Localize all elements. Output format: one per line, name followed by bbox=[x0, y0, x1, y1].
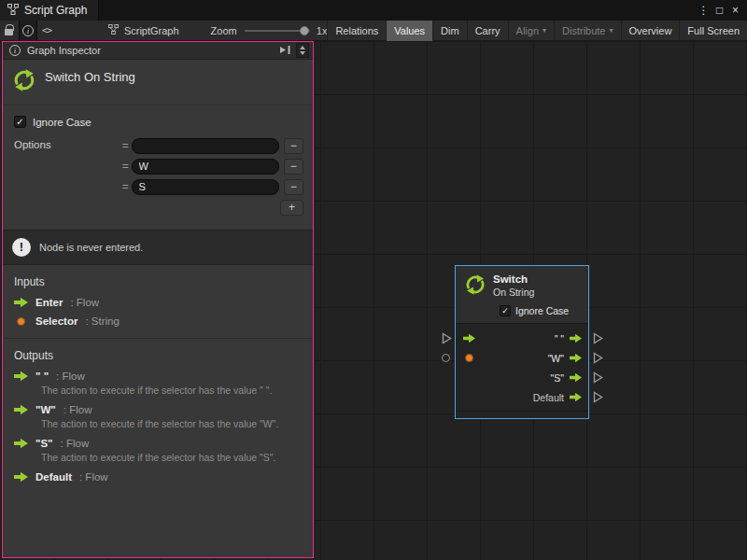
port-row: "W" bbox=[456, 348, 588, 368]
graph-inspector-header[interactable]: i Graph Inspector bbox=[3, 42, 313, 60]
align-button[interactable]: Align ▾ bbox=[508, 21, 554, 41]
zoom-slider-handle[interactable] bbox=[300, 26, 309, 35]
drag-handle-icon[interactable]: = bbox=[119, 160, 132, 173]
graph-inspector-panel: i Graph Inspector Switch On S bbox=[2, 41, 314, 558]
info-icon: i bbox=[9, 45, 21, 56]
chevron-down-icon: ▾ bbox=[610, 27, 613, 35]
flow-out-port[interactable] bbox=[570, 333, 582, 343]
option-field[interactable] bbox=[132, 159, 279, 175]
out-port-label: "S" bbox=[551, 372, 564, 384]
input-port-type: : Flow bbox=[70, 297, 99, 308]
zoom-slider[interactable] bbox=[245, 30, 310, 32]
relations-label: Relations bbox=[335, 25, 378, 36]
option-field[interactable] bbox=[132, 179, 279, 195]
port-row: " " bbox=[456, 329, 588, 348]
node-header[interactable]: Switch On String ✓ Ignore Case bbox=[456, 266, 588, 324]
enter-port[interactable] bbox=[463, 333, 475, 343]
dim-button[interactable]: Dim bbox=[432, 21, 467, 41]
add-option-button[interactable]: + bbox=[280, 200, 303, 216]
external-output-triangle[interactable] bbox=[593, 371, 603, 385]
ignore-case-checkbox[interactable]: ✓ bbox=[14, 116, 26, 128]
panel-scroll-spinner[interactable] bbox=[296, 43, 309, 58]
dock-panel-icon[interactable] bbox=[279, 45, 291, 57]
overview-label: Overview bbox=[629, 25, 672, 36]
inspect-button[interactable]: i bbox=[19, 21, 37, 41]
option-row: = − bbox=[119, 135, 303, 156]
port-row: "S" bbox=[456, 368, 588, 387]
arrow-down-icon[interactable] bbox=[300, 51, 305, 55]
external-value-circle[interactable] bbox=[442, 354, 450, 362]
distribute-label: Distribute bbox=[562, 25, 605, 36]
input-port-name: Selector bbox=[35, 315, 78, 327]
carry-button[interactable]: Carry bbox=[467, 21, 508, 41]
external-input-triangle[interactable] bbox=[442, 332, 452, 346]
remove-option-button[interactable]: − bbox=[284, 159, 303, 175]
external-output-triangle[interactable] bbox=[593, 391, 603, 405]
flow-port-icon bbox=[14, 404, 28, 415]
flow-port-icon bbox=[14, 471, 28, 483]
output-port-description: The action to execute if the selector ha… bbox=[41, 385, 302, 396]
fullscreen-button[interactable]: Full Screen bbox=[679, 21, 747, 41]
code-icon: <> bbox=[42, 25, 51, 35]
overview-button[interactable]: Overview bbox=[621, 21, 680, 41]
ignore-case-label: Ignore Case bbox=[33, 117, 92, 128]
output-port-name: "W" bbox=[35, 404, 56, 415]
remove-option-button[interactable]: − bbox=[284, 179, 303, 195]
option-row: = − bbox=[119, 156, 303, 176]
value-port-icon bbox=[17, 317, 25, 326]
port-row: Default bbox=[456, 387, 588, 407]
flow-out-port[interactable] bbox=[570, 392, 582, 402]
dim-label: Dim bbox=[441, 25, 459, 36]
output-port-item: Default : Flow bbox=[14, 471, 302, 483]
drag-handle-icon[interactable]: = bbox=[119, 180, 132, 193]
switch-on-string-node[interactable]: Switch On String ✓ Ignore Case " " "W" bbox=[455, 265, 589, 419]
option-row: = − bbox=[119, 176, 303, 197]
output-port-name: "S" bbox=[35, 438, 53, 449]
output-port-item: "S" : Flow bbox=[14, 438, 302, 449]
output-port-description: The action to execute if the selector ha… bbox=[41, 452, 302, 463]
flow-out-port[interactable] bbox=[570, 353, 582, 363]
warning-icon: ! bbox=[12, 238, 31, 257]
arrow-up-icon[interactable] bbox=[300, 46, 305, 49]
lock-button[interactable] bbox=[0, 21, 19, 41]
carry-label: Carry bbox=[475, 25, 500, 36]
relations-button[interactable]: Relations bbox=[327, 21, 386, 41]
tab-title: Script Graph bbox=[24, 4, 87, 17]
drag-handle-icon[interactable]: = bbox=[119, 139, 132, 152]
output-port-description: The action to execute if the selector ha… bbox=[41, 418, 302, 429]
close-icon[interactable]: × bbox=[727, 0, 743, 21]
selector-port[interactable] bbox=[465, 354, 473, 362]
info-icon: i bbox=[22, 25, 34, 36]
switch-icon bbox=[12, 68, 36, 94]
remove-option-button[interactable]: − bbox=[284, 138, 303, 154]
script-graph-icon bbox=[7, 4, 19, 18]
output-port-name: Default bbox=[35, 471, 72, 483]
external-output-triangle[interactable] bbox=[593, 352, 603, 366]
ignore-case-checkbox[interactable]: ✓ bbox=[500, 305, 511, 316]
output-port-type: : Flow bbox=[63, 404, 92, 415]
inspected-node-title-block: Switch On String bbox=[3, 60, 313, 105]
flow-port-icon bbox=[14, 438, 28, 449]
graph-toolbar: i <> ScriptGraph Zoom 1x Relations Value… bbox=[0, 21, 747, 41]
external-output-triangle[interactable] bbox=[593, 332, 603, 346]
output-port-type: : Flow bbox=[56, 371, 85, 382]
flow-out-port[interactable] bbox=[570, 372, 582, 383]
tab-script-graph[interactable]: Script Graph bbox=[0, 0, 99, 21]
maximize-icon[interactable]: □ bbox=[712, 0, 727, 21]
input-port-name: Enter bbox=[35, 297, 63, 308]
titlebar: Script Graph ⋮ □ × bbox=[0, 0, 747, 21]
option-field[interactable] bbox=[132, 138, 279, 154]
node-title: Switch bbox=[493, 273, 534, 285]
chevron-down-icon: ▾ bbox=[543, 27, 546, 35]
inputs-title: Inputs bbox=[14, 275, 302, 288]
values-button[interactable]: Values bbox=[386, 21, 432, 41]
input-port-item: Enter : Flow bbox=[14, 297, 302, 308]
options-label: Options bbox=[14, 135, 51, 222]
toolbar-buttons: Relations Values Dim Carry Align ▾ Distr… bbox=[327, 21, 747, 41]
node-body: " " "W" "S" Default bbox=[456, 324, 588, 411]
window-menu-icon[interactable]: ⋮ bbox=[696, 0, 712, 21]
distribute-button[interactable]: Distribute ▾ bbox=[554, 21, 620, 41]
values-label: Values bbox=[394, 25, 425, 36]
edit-code-button[interactable]: <> bbox=[37, 21, 56, 41]
inputs-section: Inputs Enter : Flow Selector : String bbox=[3, 265, 313, 331]
